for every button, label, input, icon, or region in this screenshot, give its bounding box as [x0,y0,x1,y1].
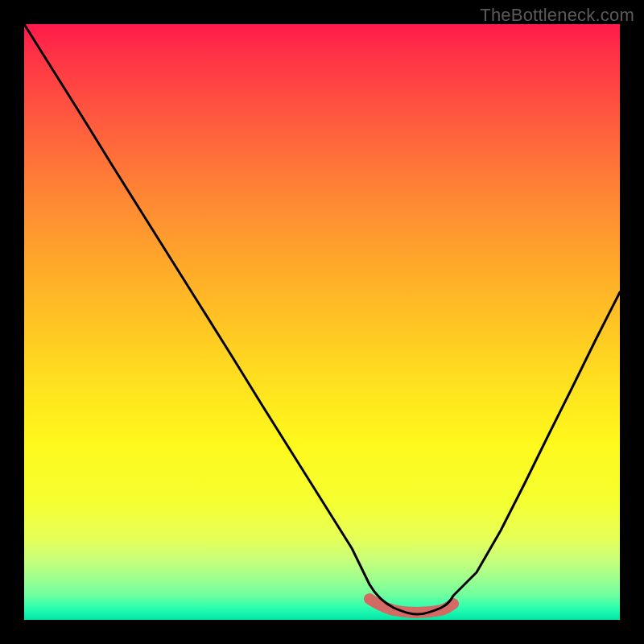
bottleneck-curve-svg [24,24,620,620]
bottleneck-curve [24,24,620,614]
chart-frame: TheBottleneck.com [0,0,644,644]
attribution-text: TheBottleneck.com [480,5,634,26]
plot-area [24,24,620,620]
